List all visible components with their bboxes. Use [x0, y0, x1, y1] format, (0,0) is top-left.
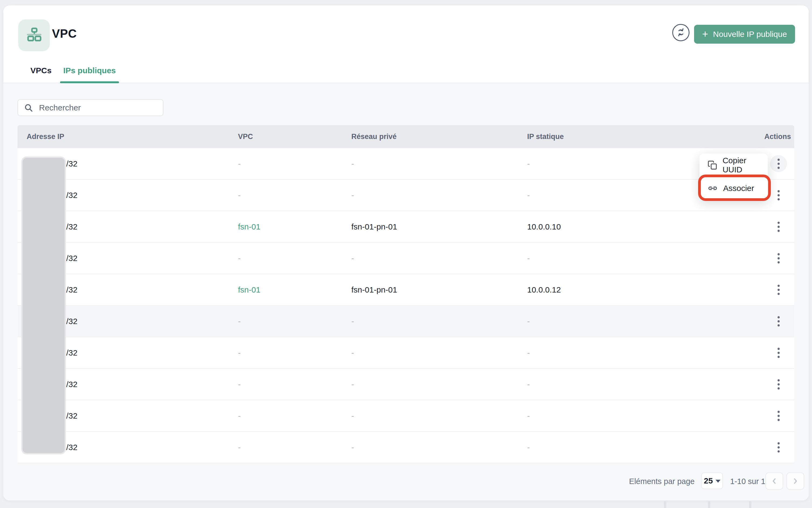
cell-vpc: - [238, 159, 241, 168]
kebab-dot [777, 190, 780, 192]
search-input[interactable] [39, 103, 155, 112]
row-actions-kebab-button[interactable] [770, 344, 787, 361]
row-actions-kebab-button[interactable] [770, 281, 787, 298]
plus-icon: + [702, 29, 708, 39]
row-actions-kebab-button[interactable] [770, 250, 787, 267]
cell-static-ip: - [527, 191, 530, 200]
menu-item-copy-uuid-label: Copier UUID [723, 156, 768, 174]
kebab-dot [777, 293, 780, 295]
kebab-dot [777, 253, 780, 255]
table-row: /32--- [17, 432, 794, 463]
kebab-dot [777, 257, 780, 259]
kebab-dot [777, 446, 780, 449]
cell-static-ip: - [527, 443, 530, 452]
kebab-dot [777, 450, 780, 453]
pagination-range-label: 1-10 sur 10 [730, 477, 770, 486]
tab-ips-publiques[interactable]: IPs publiques [60, 66, 119, 75]
new-public-ip-button[interactable]: + Nouvelle IP publique [694, 25, 795, 44]
cell-static-ip: - [527, 348, 530, 357]
kebab-dot [777, 379, 780, 381]
active-tab-underline [60, 81, 119, 83]
col-header-ip-statique: IP statique [527, 132, 709, 141]
bottom-edge-divider [708, 501, 710, 508]
cell-vpc: - [238, 380, 241, 389]
cell-vpc: - [238, 411, 241, 420]
col-header-vpc: VPC [238, 132, 351, 141]
cell-static-ip: 10.0.0.12 [527, 285, 561, 294]
kebab-dot [777, 356, 780, 358]
table-row: /32--- [17, 337, 794, 369]
chevron-down-icon [716, 480, 720, 483]
cell-ip-address: /32 [66, 411, 78, 420]
public-ips-table: Adresse IP VPC Réseau privé IP statique … [17, 125, 794, 463]
kebab-dot [777, 324, 780, 327]
cell-private-network: - [351, 317, 354, 326]
kebab-dot [777, 285, 780, 287]
row-actions-kebab-button[interactable] [770, 155, 787, 172]
menu-item-copy-uuid[interactable]: Copier UUID [700, 154, 768, 177]
next-page-button[interactable] [786, 472, 804, 490]
table-row: /32--- [17, 400, 794, 432]
table-row: /32fsn-01fsn-01-pn-0110.0.0.10 [17, 211, 794, 243]
cell-vpc: - [238, 254, 241, 263]
cell-ip-address: /32 [66, 222, 78, 231]
row-actions-kebab-button[interactable] [770, 187, 787, 204]
table-row: /32--- [17, 306, 794, 337]
bottom-edge-divider [749, 501, 752, 508]
table-header-row: Adresse IP VPC Réseau privé IP statique … [17, 125, 794, 148]
cell-private-network: fsn-01-pn-01 [351, 285, 397, 294]
kebab-dot [777, 352, 780, 354]
link-icon [708, 183, 718, 194]
col-header-actions: Actions [709, 132, 794, 141]
kebab-dot [777, 289, 780, 291]
chevron-right-icon [792, 477, 799, 485]
cell-ip-address: /32 [66, 285, 78, 294]
kebab-dot [777, 411, 780, 413]
cell-ip-address: /32 [66, 348, 78, 357]
row-actions-kebab-button[interactable] [770, 376, 787, 393]
cell-private-network: - [351, 191, 354, 200]
refresh-button[interactable] [672, 24, 689, 41]
tab-vpcs[interactable]: VPCs [31, 66, 51, 75]
cell-ip-address: /32 [66, 317, 78, 326]
cell-vpc[interactable]: fsn-01 [238, 222, 260, 231]
vpc-product-icon-tile [18, 19, 50, 51]
table-row: /32--- [17, 243, 794, 274]
cell-private-network: - [351, 159, 354, 168]
cell-ip-address: /32 [66, 191, 78, 200]
cell-ip-address: /32 [66, 159, 78, 168]
row-actions-kebab-button[interactable] [770, 407, 787, 424]
cell-static-ip: 10.0.0.10 [527, 222, 561, 231]
kebab-dot [777, 316, 780, 319]
cell-static-ip: - [527, 159, 530, 168]
row-actions-kebab-button[interactable] [770, 313, 787, 330]
network-topology-icon [26, 27, 43, 44]
cell-private-network: fsn-01-pn-01 [351, 222, 397, 231]
cell-vpc: - [238, 348, 241, 357]
cell-static-ip: - [527, 254, 530, 263]
cell-vpc[interactable]: fsn-01 [238, 285, 260, 294]
row-actions-menu: Copier UUID Associer [700, 154, 768, 200]
cell-vpc: - [238, 317, 241, 326]
row-actions-kebab-button[interactable] [770, 439, 787, 456]
cell-ip-address: /32 [66, 380, 78, 389]
kebab-dot [777, 163, 780, 165]
page-title: VPC [52, 27, 77, 40]
copy-icon [708, 160, 717, 170]
kebab-dot [777, 387, 780, 389]
previous-page-button[interactable] [765, 472, 783, 490]
row-actions-kebab-button[interactable] [770, 218, 787, 235]
kebab-dot [777, 159, 780, 161]
menu-item-associer[interactable]: Associer [700, 177, 768, 200]
menu-item-associer-label: Associer [723, 184, 754, 193]
kebab-dot [777, 419, 780, 421]
cell-ip-address: /32 [66, 443, 78, 452]
bottom-edge-divider [664, 501, 666, 508]
table-row: /32fsn-01fsn-01-pn-0110.0.0.12 [17, 274, 794, 306]
refresh-icon [676, 28, 685, 38]
cell-static-ip: - [527, 411, 530, 420]
tabbar-divider [3, 83, 809, 83]
search-box[interactable] [17, 99, 164, 116]
page-size-select[interactable]: 25 [701, 472, 723, 489]
cell-ip-address: /32 [66, 254, 78, 263]
